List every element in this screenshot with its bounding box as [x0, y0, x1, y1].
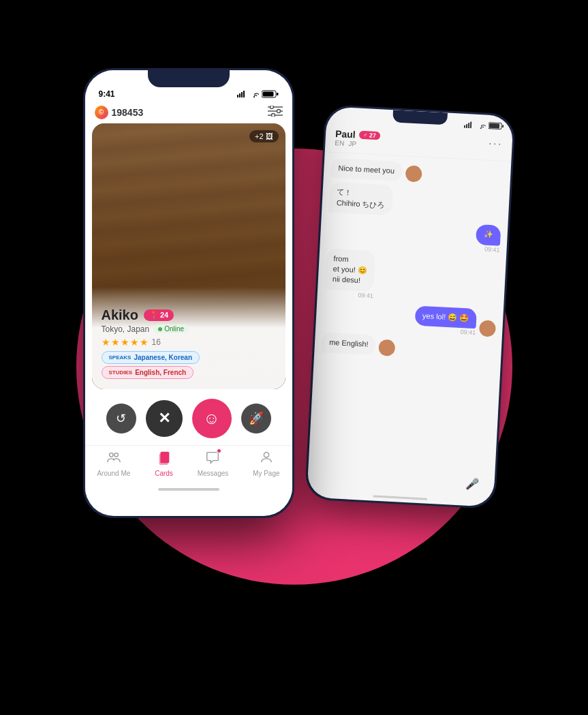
- message-row: Nice to meet you: [330, 157, 504, 187]
- chat-username: Paul: [335, 127, 355, 140]
- chat-messages: Nice to meet you て！Chihiro ちひろ ✨: [313, 152, 510, 367]
- message-bubble: Nice to meet you: [330, 157, 402, 181]
- pass-button[interactable]: ✕: [146, 400, 183, 437]
- studies-langs: English, French: [135, 369, 186, 376]
- svg-rect-9: [239, 93, 241, 97]
- nav-messages[interactable]: Messages: [198, 450, 229, 477]
- svg-point-12: [253, 96, 254, 97]
- online-badge: Online: [153, 324, 189, 333]
- location-row: Tokyo, Japan Online: [102, 324, 276, 334]
- home-indicator: [373, 495, 427, 500]
- svg-rect-15: [277, 93, 279, 95]
- signal-icon: [463, 121, 474, 128]
- message-bubble: ✨: [475, 224, 500, 245]
- user-avatar: [478, 320, 495, 337]
- studies-tag: STUDIES English, French: [102, 366, 194, 379]
- boost-button[interactable]: 🚀: [241, 404, 271, 433]
- message-row: me English!: [321, 332, 495, 361]
- cards-icon: [157, 450, 172, 468]
- signal-bars-icon: [237, 91, 247, 97]
- wifi-icon: [249, 91, 259, 97]
- user-age-badge: ♂ 27: [358, 130, 380, 140]
- msg-group: Nice to meet you: [330, 157, 402, 181]
- rating-count: 16: [152, 337, 161, 347]
- nav-around-me[interactable]: Around Me: [97, 450, 130, 477]
- message-row: yes lol! 😅 🤩 09:41: [322, 301, 497, 337]
- battery-icon: [488, 121, 504, 130]
- speaks-label: SPEAKS: [109, 354, 131, 361]
- nav-around-me-label: Around Me: [97, 470, 130, 477]
- svg-point-50: [114, 453, 119, 457]
- profile-card[interactable]: +2 🖼: [92, 123, 285, 389]
- studies-row: STUDIES English, French: [102, 366, 276, 379]
- status-time: 9:41: [99, 89, 115, 99]
- svg-point-53: [264, 452, 268, 457]
- filter-button[interactable]: [268, 106, 283, 119]
- phone-front-inner: 9:41: [85, 70, 292, 516]
- speaks-langs: Japanese, Korean: [134, 354, 192, 361]
- message-bubble: yes lol! 😅 🤩: [414, 305, 477, 329]
- svg-rect-1: [465, 123, 467, 127]
- more-options-button[interactable]: ···: [488, 136, 503, 151]
- chat-user-info: Paul ♂ 27 EN JP: [335, 127, 380, 148]
- speaks-tag: SPEAKS Japanese, Korean: [102, 351, 200, 364]
- battery-icon: [262, 90, 279, 98]
- svg-rect-0: [463, 125, 465, 127]
- side-button: [509, 196, 513, 233]
- user-avatar: [405, 165, 422, 182]
- svg-rect-11: [243, 91, 245, 97]
- filter-icon: [268, 106, 283, 117]
- svg-rect-10: [241, 92, 243, 97]
- status-icons: [237, 90, 279, 98]
- svg-rect-2: [467, 122, 469, 127]
- profile-name-row: Akiko 📍 24: [102, 307, 276, 323]
- online-indicator: [158, 327, 162, 331]
- phone-back-inner: Paul ♂ 27 EN JP ···: [307, 106, 514, 507]
- my-page-icon: [259, 450, 274, 468]
- tags-row: SPEAKS Japanese, Korean: [102, 351, 276, 364]
- photo-count-text: +2: [255, 132, 264, 140]
- svg-point-19: [270, 106, 273, 109]
- profile-name: Akiko: [102, 307, 138, 323]
- message-bubble: て！Chihiro ちひろ: [328, 181, 393, 215]
- photo-count-badge: +2 🖼: [249, 130, 279, 142]
- user-avatar: [378, 339, 395, 356]
- chat-input-bar[interactable]: 🎤: [313, 462, 488, 497]
- like-button[interactable]: ☺: [192, 399, 232, 438]
- coin-icon: ©: [95, 106, 108, 119]
- svg-rect-3: [469, 121, 471, 127]
- msg-group: て！Chihiro ちひろ: [328, 181, 393, 215]
- msg-group: yes lol! 😅 🤩 09:41: [414, 305, 476, 336]
- nav-messages-label: Messages: [198, 470, 229, 477]
- msg-group: me English!: [321, 332, 376, 355]
- svg-point-20: [277, 109, 280, 112]
- star-rating: ★★★★★: [102, 337, 149, 348]
- message-time: 09:41: [475, 245, 499, 253]
- svg-rect-8: [237, 95, 238, 97]
- svg-rect-7: [501, 125, 503, 127]
- online-text: Online: [164, 325, 184, 333]
- msg-group: fromet you! 😊nii desu! 09:41: [324, 248, 375, 299]
- svg-point-49: [109, 453, 113, 457]
- undo-button[interactable]: ↺: [106, 404, 136, 433]
- svg-rect-6: [489, 123, 499, 128]
- nav-cards[interactable]: Cards: [155, 450, 173, 477]
- location-text: Tokyo, Japan: [102, 324, 150, 334]
- action-buttons: ↺ ✕ ☺ 🚀: [85, 389, 292, 445]
- mic-icon: 🎤: [465, 476, 480, 490]
- message-bubble: me English!: [321, 332, 376, 355]
- coin-area: © 198453: [95, 106, 144, 119]
- nav-my-page-label: My Page: [253, 470, 279, 477]
- scene: Paul ♂ 27 EN JP ···: [0, 0, 588, 715]
- stars-row: ★★★★★ 16: [102, 337, 276, 348]
- svg-rect-14: [262, 91, 273, 96]
- bottom-nav: Around Me Cards: [85, 445, 292, 485]
- profile-info: Akiko 📍 24 Tokyo, Japan Online: [92, 287, 285, 389]
- nav-my-page[interactable]: My Page: [253, 450, 279, 477]
- image-icon: 🖼: [266, 132, 273, 140]
- message-row: fromet you! 😊nii desu! 09:41: [324, 248, 499, 305]
- phone-back: Paul ♂ 27 EN JP ···: [305, 104, 516, 509]
- nav-cards-label: Cards: [155, 470, 173, 477]
- coin-count: 198453: [112, 107, 144, 118]
- msg-group: ✨ 09:41: [475, 224, 501, 253]
